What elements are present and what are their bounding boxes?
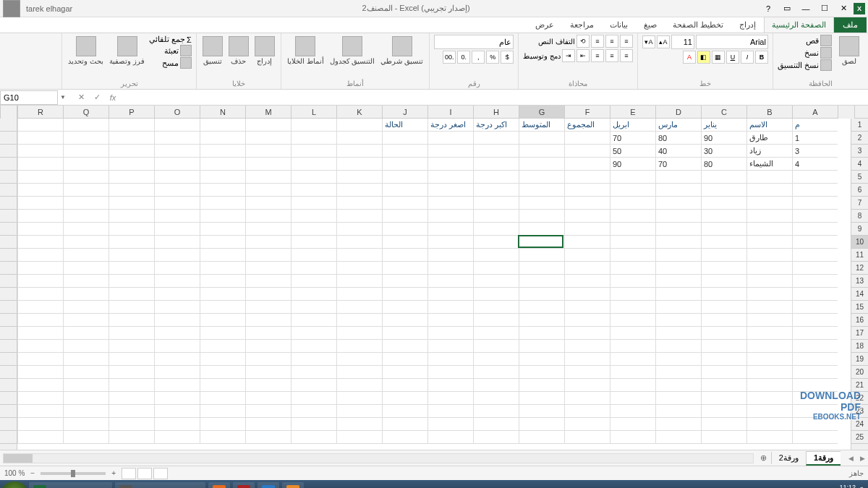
cell-N3[interactable] xyxy=(200,145,245,158)
cell-M21[interactable] xyxy=(245,379,291,392)
cell-N2[interactable] xyxy=(200,132,245,145)
cell-O11[interactable] xyxy=(154,249,200,262)
cell-E13[interactable] xyxy=(610,275,655,288)
cell-I16[interactable] xyxy=(427,314,473,327)
maximize-icon[interactable]: ☐ xyxy=(816,2,833,15)
cell-E25[interactable] xyxy=(610,431,655,444)
bold-button[interactable]: B xyxy=(755,51,768,64)
cell-B2[interactable]: طارق xyxy=(746,132,792,145)
column-header-N[interactable]: N xyxy=(200,106,245,118)
cell-F1[interactable]: المجموع xyxy=(564,119,610,132)
cell-F21[interactable] xyxy=(564,379,610,392)
cell-N18[interactable] xyxy=(200,340,245,353)
cell-I4[interactable] xyxy=(427,158,473,171)
cell-G25[interactable] xyxy=(519,431,564,444)
cell-F25[interactable] xyxy=(564,431,610,444)
cell-A10[interactable] xyxy=(792,236,838,249)
cell-Q12[interactable] xyxy=(63,262,109,275)
cell-L1[interactable] xyxy=(291,119,336,132)
cell-H1[interactable]: اكبر درجة xyxy=(473,119,519,132)
cell-E15[interactable] xyxy=(610,301,655,314)
cell-O23[interactable] xyxy=(154,405,200,418)
cell-H22[interactable] xyxy=(473,392,519,405)
zoom-in-icon[interactable]: + xyxy=(111,469,116,477)
cell-B7[interactable] xyxy=(746,197,792,210)
cell-K2[interactable] xyxy=(336,132,382,145)
number-format-select[interactable] xyxy=(434,35,514,49)
cell-O25[interactable] xyxy=(154,431,200,444)
cell-N17[interactable] xyxy=(200,327,245,340)
cell-K14[interactable] xyxy=(336,288,382,301)
row-header-3[interactable]: 3 xyxy=(851,145,868,158)
cell-M4[interactable] xyxy=(245,158,291,171)
cell-E7[interactable] xyxy=(610,197,655,210)
cell-P21[interactable] xyxy=(109,379,154,392)
decrease-indent-icon[interactable]: ⇤ xyxy=(576,49,590,62)
formula-input[interactable] xyxy=(126,90,868,105)
cell-M5[interactable] xyxy=(245,171,291,184)
cell-A22[interactable] xyxy=(792,392,838,405)
cell-C15[interactable] xyxy=(701,301,746,314)
cell-F19[interactable] xyxy=(564,353,610,366)
cell-I22[interactable] xyxy=(427,392,473,405)
cell-G12[interactable] xyxy=(519,262,564,275)
cell-O16[interactable] xyxy=(154,314,200,327)
cell-C17[interactable] xyxy=(701,327,746,340)
cell-O17[interactable] xyxy=(154,327,200,340)
cell-N21[interactable] xyxy=(200,379,245,392)
row-header-25[interactable]: 25 xyxy=(851,431,868,444)
cell-R23[interactable] xyxy=(17,405,63,418)
cell-C13[interactable] xyxy=(701,275,746,288)
decrease-decimal-icon[interactable]: .00 xyxy=(443,51,456,64)
increase-indent-icon[interactable]: ⇥ xyxy=(562,49,575,62)
cell-H25[interactable] xyxy=(473,431,519,444)
cell-K24[interactable] xyxy=(336,418,382,431)
cell-J21[interactable] xyxy=(382,379,427,392)
align-left-icon[interactable]: ≡ xyxy=(591,49,604,62)
cell-C22[interactable] xyxy=(701,392,746,405)
cell-N20[interactable] xyxy=(200,366,245,379)
cell-J17[interactable] xyxy=(382,327,427,340)
view-page-break-icon[interactable] xyxy=(153,468,168,479)
cell-I23[interactable] xyxy=(427,405,473,418)
cell-A15[interactable] xyxy=(792,301,838,314)
cell-B4[interactable]: الشيماء xyxy=(746,158,792,171)
cell-Q19[interactable] xyxy=(63,353,109,366)
zoom-level[interactable]: 100 % xyxy=(4,469,25,477)
cell-I21[interactable] xyxy=(427,379,473,392)
cell-L14[interactable] xyxy=(291,288,336,301)
cell-K10[interactable] xyxy=(336,236,382,249)
cell-H13[interactable] xyxy=(473,275,519,288)
cell-F18[interactable] xyxy=(564,340,610,353)
cell-L16[interactable] xyxy=(291,314,336,327)
cell-A3[interactable]: 3 xyxy=(792,145,838,158)
align-top-icon[interactable]: ≡ xyxy=(620,35,633,48)
cell-I12[interactable] xyxy=(427,262,473,275)
cell-R16[interactable] xyxy=(17,314,63,327)
cell-M20[interactable] xyxy=(245,366,291,379)
percent-icon[interactable]: % xyxy=(486,51,499,64)
cell-F24[interactable] xyxy=(564,418,610,431)
cell-F7[interactable] xyxy=(564,197,610,210)
row-header-left[interactable] xyxy=(0,210,17,223)
cell-K7[interactable] xyxy=(336,197,382,210)
cell-P22[interactable] xyxy=(109,392,154,405)
cell-M14[interactable] xyxy=(245,288,291,301)
cell-M24[interactable] xyxy=(245,418,291,431)
cell-B6[interactable] xyxy=(746,184,792,197)
cell-K11[interactable] xyxy=(336,249,382,262)
cell-B21[interactable] xyxy=(746,379,792,392)
cell-N10[interactable] xyxy=(200,236,245,249)
cell-G1[interactable]: المتوسط xyxy=(519,119,564,132)
cell-M7[interactable] xyxy=(245,197,291,210)
cell-A1[interactable]: م xyxy=(792,119,838,132)
cell-R14[interactable] xyxy=(17,288,63,301)
cell-Q23[interactable] xyxy=(63,405,109,418)
cell-G14[interactable] xyxy=(519,288,564,301)
cell-G17[interactable] xyxy=(519,327,564,340)
select-all-corner[interactable] xyxy=(838,106,855,119)
cell-A2[interactable]: 1 xyxy=(792,132,838,145)
increase-font-icon[interactable]: A▴ xyxy=(657,35,670,48)
cell-J14[interactable] xyxy=(382,288,427,301)
cell-M8[interactable] xyxy=(245,210,291,223)
